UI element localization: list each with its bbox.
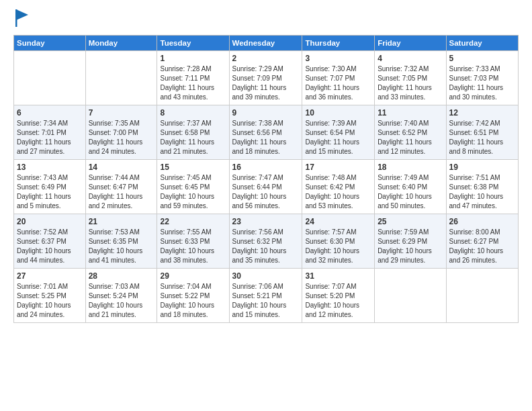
sunset-text: Sunset: 6:54 PM xyxy=(305,128,371,138)
sunset-text: Sunset: 6:27 PM xyxy=(449,237,515,246)
day-info: Sunrise: 7:42 AMSunset: 6:51 PMDaylight:… xyxy=(449,119,515,156)
day-cell: 15Sunrise: 7:45 AMSunset: 6:45 PMDayligh… xyxy=(157,160,229,214)
daylight-text: Daylight: 10 hours and 32 minutes. xyxy=(305,246,371,265)
logo xyxy=(13,11,30,28)
day-info: Sunrise: 7:53 AMSunset: 6:35 PMDaylight:… xyxy=(89,228,154,265)
day-cell xyxy=(85,51,157,105)
day-info: Sunrise: 7:29 AMSunset: 7:09 PMDaylight:… xyxy=(232,64,300,102)
day-number: 6 xyxy=(17,108,83,118)
day-cell: 26Sunrise: 8:00 AMSunset: 6:27 PMDayligh… xyxy=(446,214,518,269)
day-info: Sunrise: 7:28 AMSunset: 7:11 PMDaylight:… xyxy=(160,64,226,102)
day-info: Sunrise: 7:38 AMSunset: 6:56 PMDaylight:… xyxy=(232,119,300,156)
day-cell: 31Sunrise: 7:07 AMSunset: 5:20 PMDayligh… xyxy=(302,269,375,323)
day-info: Sunrise: 7:45 AMSunset: 6:45 PMDaylight:… xyxy=(160,173,226,211)
sunrise-text: Sunrise: 7:59 AM xyxy=(378,228,443,237)
sunset-text: Sunset: 5:21 PM xyxy=(232,291,300,301)
day-cell: 10Sunrise: 7:39 AMSunset: 6:54 PMDayligh… xyxy=(302,105,375,160)
sunset-text: Sunset: 5:24 PM xyxy=(89,291,154,301)
daylight-text: Daylight: 11 hours and 33 minutes. xyxy=(378,83,443,102)
daylight-text: Daylight: 10 hours and 18 minutes. xyxy=(160,301,226,320)
day-number: 7 xyxy=(89,108,154,118)
day-cell: 24Sunrise: 7:57 AMSunset: 6:30 PMDayligh… xyxy=(302,214,375,269)
day-number: 27 xyxy=(17,271,83,281)
sunrise-text: Sunrise: 7:30 AM xyxy=(305,64,371,74)
sunset-text: Sunset: 6:35 PM xyxy=(89,237,154,246)
day-number: 22 xyxy=(160,217,226,226)
sunrise-text: Sunrise: 7:52 AM xyxy=(17,228,83,237)
sunset-text: Sunset: 6:42 PM xyxy=(305,183,371,192)
sunset-text: Sunset: 6:40 PM xyxy=(378,183,443,192)
daylight-text: Daylight: 10 hours and 21 minutes. xyxy=(89,301,154,320)
sunrise-text: Sunrise: 7:56 AM xyxy=(232,228,300,237)
daylight-text: Daylight: 11 hours and 43 minutes. xyxy=(160,83,226,102)
sunrise-text: Sunrise: 7:06 AM xyxy=(232,282,300,291)
day-info: Sunrise: 7:01 AMSunset: 5:25 PMDaylight:… xyxy=(17,282,83,320)
day-number: 14 xyxy=(89,163,154,172)
day-cell: 7Sunrise: 7:35 AMSunset: 7:00 PMDaylight… xyxy=(85,105,157,160)
sunrise-text: Sunrise: 7:39 AM xyxy=(305,119,371,128)
day-number: 30 xyxy=(232,271,300,281)
day-number: 13 xyxy=(17,163,83,172)
sunset-text: Sunset: 7:09 PM xyxy=(232,74,300,83)
sunset-text: Sunset: 6:49 PM xyxy=(17,183,83,192)
sunrise-text: Sunrise: 7:33 AM xyxy=(449,64,515,74)
daylight-text: Daylight: 10 hours and 35 minutes. xyxy=(232,246,300,265)
weekday-header-tuesday: Tuesday xyxy=(157,36,229,51)
sunrise-text: Sunrise: 7:49 AM xyxy=(378,173,443,183)
page: SundayMondayTuesdayWednesdayThursdayFrid… xyxy=(0,0,532,411)
day-info: Sunrise: 7:34 AMSunset: 7:01 PMDaylight:… xyxy=(17,119,83,156)
day-info: Sunrise: 7:35 AMSunset: 7:00 PMDaylight:… xyxy=(89,119,154,156)
sunset-text: Sunset: 6:44 PM xyxy=(232,183,300,192)
day-info: Sunrise: 8:00 AMSunset: 6:27 PMDaylight:… xyxy=(449,228,515,265)
day-number: 26 xyxy=(449,217,515,226)
day-cell: 23Sunrise: 7:56 AMSunset: 6:32 PMDayligh… xyxy=(229,214,302,269)
day-number: 21 xyxy=(89,217,154,226)
sunset-text: Sunset: 6:29 PM xyxy=(378,237,443,246)
header xyxy=(13,11,519,28)
sunrise-text: Sunrise: 7:34 AM xyxy=(17,119,83,128)
sunset-text: Sunset: 6:47 PM xyxy=(89,183,154,192)
day-cell: 20Sunrise: 7:52 AMSunset: 6:37 PMDayligh… xyxy=(14,214,86,269)
day-number: 19 xyxy=(449,163,515,172)
daylight-text: Daylight: 11 hours and 8 minutes. xyxy=(449,138,515,156)
sunset-text: Sunset: 6:32 PM xyxy=(232,237,300,246)
day-cell: 3Sunrise: 7:30 AMSunset: 7:07 PMDaylight… xyxy=(302,51,375,105)
sunset-text: Sunset: 7:01 PM xyxy=(17,128,83,138)
daylight-text: Daylight: 10 hours and 59 minutes. xyxy=(160,192,226,211)
week-row-2: 6Sunrise: 7:34 AMSunset: 7:01 PMDaylight… xyxy=(14,105,519,160)
daylight-text: Daylight: 11 hours and 30 minutes. xyxy=(449,83,515,102)
day-number: 20 xyxy=(17,217,83,226)
daylight-text: Daylight: 10 hours and 29 minutes. xyxy=(378,246,443,265)
sunrise-text: Sunrise: 7:01 AM xyxy=(17,282,83,291)
weekday-header-friday: Friday xyxy=(375,36,446,51)
sunset-text: Sunset: 6:38 PM xyxy=(449,183,515,192)
week-row-3: 13Sunrise: 7:43 AMSunset: 6:49 PMDayligh… xyxy=(14,160,519,214)
day-info: Sunrise: 7:37 AMSunset: 6:58 PMDaylight:… xyxy=(160,119,226,156)
sunset-text: Sunset: 6:51 PM xyxy=(449,128,515,138)
daylight-text: Daylight: 10 hours and 50 minutes. xyxy=(378,192,443,211)
day-cell: 30Sunrise: 7:06 AMSunset: 5:21 PMDayligh… xyxy=(229,269,302,323)
day-info: Sunrise: 7:56 AMSunset: 6:32 PMDaylight:… xyxy=(232,228,300,265)
day-cell: 13Sunrise: 7:43 AMSunset: 6:49 PMDayligh… xyxy=(14,160,86,214)
daylight-text: Daylight: 11 hours and 39 minutes. xyxy=(232,83,300,102)
daylight-text: Daylight: 11 hours and 12 minutes. xyxy=(378,138,443,156)
day-cell: 17Sunrise: 7:48 AMSunset: 6:42 PMDayligh… xyxy=(302,160,375,214)
sunrise-text: Sunrise: 7:48 AM xyxy=(305,173,371,183)
sunrise-text: Sunrise: 7:40 AM xyxy=(378,119,443,128)
sunset-text: Sunset: 5:20 PM xyxy=(305,291,371,301)
daylight-text: Daylight: 10 hours and 15 minutes. xyxy=(232,301,300,320)
sunset-text: Sunset: 6:30 PM xyxy=(305,237,371,246)
day-info: Sunrise: 7:55 AMSunset: 6:33 PMDaylight:… xyxy=(160,228,226,265)
day-cell: 12Sunrise: 7:42 AMSunset: 6:51 PMDayligh… xyxy=(446,105,518,160)
day-number: 12 xyxy=(449,108,515,118)
sunrise-text: Sunrise: 7:35 AM xyxy=(89,119,154,128)
day-info: Sunrise: 7:07 AMSunset: 5:20 PMDaylight:… xyxy=(305,282,371,320)
sunrise-text: Sunrise: 7:51 AM xyxy=(449,173,515,183)
weekday-header-row: SundayMondayTuesdayWednesdayThursdayFrid… xyxy=(14,36,519,51)
day-info: Sunrise: 7:33 AMSunset: 7:03 PMDaylight:… xyxy=(449,64,515,102)
daylight-text: Daylight: 10 hours and 12 minutes. xyxy=(305,301,371,320)
sunset-text: Sunset: 6:56 PM xyxy=(232,128,300,138)
day-cell: 27Sunrise: 7:01 AMSunset: 5:25 PMDayligh… xyxy=(14,269,86,323)
day-cell: 19Sunrise: 7:51 AMSunset: 6:38 PMDayligh… xyxy=(446,160,518,214)
day-number: 17 xyxy=(305,163,371,172)
